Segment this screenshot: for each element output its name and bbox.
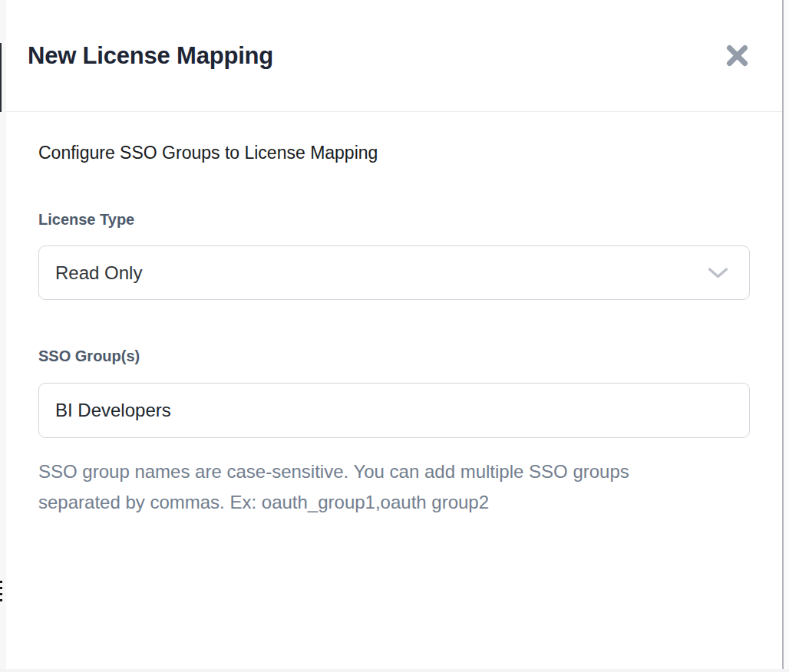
background-page-bottom-strip <box>0 669 789 672</box>
close-button[interactable] <box>721 40 753 71</box>
license-type-selected-value: Read Only <box>55 262 142 284</box>
background-page-edge <box>0 43 2 112</box>
sso-groups-helper-text: SSO group names are case-sensitive. You … <box>38 456 747 518</box>
chevron-down-icon <box>708 267 728 278</box>
partial-list-icon <box>0 581 3 605</box>
sso-groups-input[interactable] <box>38 383 750 438</box>
license-type-label: License Type <box>38 211 747 229</box>
license-type-select[interactable]: Read Only <box>38 245 750 300</box>
new-license-mapping-dialog: New License Mapping Configure SSO Groups… <box>6 0 784 669</box>
dialog-subtitle: Configure SSO Groups to License Mapping <box>38 143 747 163</box>
helper-line-2: separated by commas. Ex: oauth_group1,oa… <box>38 487 747 518</box>
helper-line-1: SSO group names are case-sensitive. You … <box>38 456 747 487</box>
sso-groups-label: SSO Group(s) <box>38 348 747 365</box>
dialog-body: Configure SSO Groups to License Mapping … <box>6 112 782 518</box>
dialog-title: New License Mapping <box>28 42 273 70</box>
dialog-header: New License Mapping <box>6 0 782 112</box>
close-icon <box>725 43 750 68</box>
